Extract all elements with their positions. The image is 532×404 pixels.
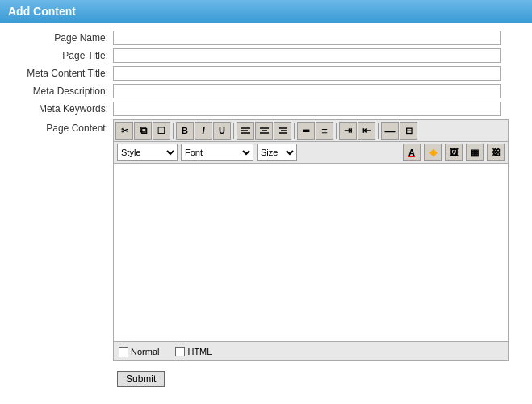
outdent-button[interactable]: ⇤ (358, 122, 375, 140)
sep1 (173, 123, 174, 139)
indent-button[interactable]: ⇥ (339, 122, 357, 140)
sep2 (233, 123, 234, 139)
page-title-input[interactable] (113, 48, 501, 63)
normal-tab-box (119, 347, 128, 356)
editor-footer: Normal HTML (114, 341, 508, 360)
page-header: Add Content (0, 0, 532, 23)
editor-container: ✂ ⧉ ❐ B I U ≔ ≡ (113, 119, 509, 361)
meta-description-row: Meta Description: (8, 84, 524, 98)
toolbar-row1: ✂ ⧉ ❐ B I U ≔ ≡ (114, 120, 508, 142)
page-name-label: Page Name: (8, 32, 113, 44)
align-left-button[interactable] (237, 122, 254, 140)
horizontal-rule-button[interactable]: ― (381, 122, 399, 140)
normal-tab-label: Normal (131, 347, 159, 356)
page-title-label: Page Title: (8, 50, 113, 61)
sep3 (294, 123, 295, 139)
text-color-button[interactable]: A (403, 144, 421, 161)
underline-button[interactable]: U (213, 122, 231, 140)
meta-content-title-row: Meta Content Title: (8, 66, 524, 81)
page-title: Add Content (8, 5, 76, 18)
insert-image-button[interactable]: 🖼 (445, 144, 463, 161)
page-content-row: Page Content: ✂ ⧉ ❐ B I U (8, 119, 524, 361)
style-select[interactable]: Style Normal Heading 1 Heading 2 Heading… (117, 144, 178, 161)
page-name-row: Page Name: (8, 31, 524, 45)
font-select[interactable]: Font Arial Times New Roman Courier New V… (181, 144, 253, 161)
submit-button[interactable]: Submit (117, 371, 165, 387)
cut-button[interactable]: ✂ (115, 122, 133, 140)
page-content-label: Page Content: (8, 119, 113, 134)
toolbar-row2: Style Normal Heading 1 Heading 2 Heading… (114, 142, 508, 164)
submit-area: Submit (117, 366, 524, 387)
paste-button[interactable]: ❐ (153, 122, 170, 140)
align-center-button[interactable] (255, 122, 273, 140)
page-name-input[interactable] (113, 31, 501, 45)
html-tab[interactable]: HTML (175, 347, 212, 356)
editor-body[interactable] (114, 164, 508, 341)
align-right-button[interactable] (274, 122, 291, 140)
html-tab-label: HTML (187, 347, 212, 356)
insert-link-button[interactable]: ⛓ (487, 144, 505, 161)
meta-description-input[interactable] (113, 84, 501, 98)
unordered-list-button[interactable]: ≡ (316, 122, 333, 140)
fullscreen-button[interactable]: ⊟ (400, 122, 417, 140)
meta-keywords-input[interactable] (113, 102, 501, 116)
highlight-button[interactable]: ◈ (424, 144, 442, 161)
bold-button[interactable]: B (176, 122, 194, 140)
meta-keywords-row: Meta Keywords: (8, 102, 524, 116)
page-title-row: Page Title: (8, 48, 524, 63)
italic-button[interactable]: I (195, 122, 212, 140)
sep5 (378, 123, 379, 139)
normal-tab[interactable]: Normal (119, 347, 159, 356)
sep4 (336, 123, 337, 139)
copy-button[interactable]: ⧉ (134, 122, 152, 140)
insert-table-button[interactable]: ▦ (466, 144, 484, 161)
meta-keywords-label: Meta Keywords: (8, 103, 113, 115)
meta-content-title-input[interactable] (113, 66, 501, 81)
meta-description-label: Meta Description: (8, 85, 113, 97)
meta-content-title-label: Meta Content Title: (8, 68, 113, 79)
html-tab-box (175, 347, 185, 356)
ordered-list-button[interactable]: ≔ (297, 122, 315, 140)
size-select[interactable]: Size 8 10 12 14 18 24 36 (257, 144, 297, 161)
